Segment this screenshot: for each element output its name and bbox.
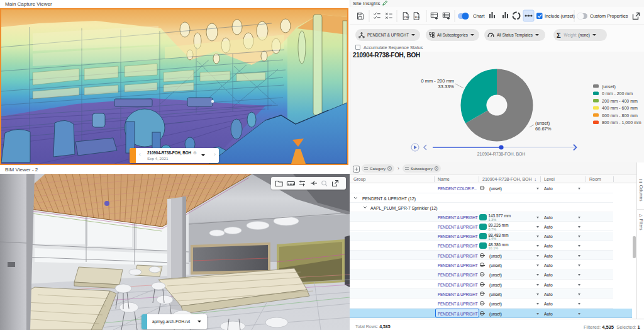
svg-text:66.67%: 66.67% [535, 126, 552, 132]
svg-text:0 mm - 200 mm: 0 mm - 200 mm [421, 78, 454, 84]
svg-text:Chart: Chart [473, 13, 485, 19]
svg-text:600 mm - 800 mm: 600 mm - 800 mm [602, 113, 638, 118]
svg-text:0 mm - 200 mm: 0 mm - 200 mm [602, 91, 633, 96]
svg-text:(unset): (unset) [535, 120, 550, 126]
svg-text:Custom Properties: Custom Properties [590, 13, 628, 19]
svg-text:210904-R738-FOH, BOH: 210904-R738-FOH, BOH [477, 152, 525, 156]
svg-text:33.33%: 33.33% [438, 84, 455, 89]
svg-text:(unset): (unset) [602, 84, 616, 89]
svg-text:400 mm - 600 mm: 400 mm - 600 mm [602, 106, 638, 110]
svg-text:200 mm - 400 mm: 200 mm - 400 mm [602, 99, 638, 103]
svg-text:800 mm - 1,000 mm: 800 mm - 1,000 mm [602, 120, 641, 125]
svg-text:CSV: CSV [404, 16, 410, 19]
svg-text:XLS: XLS [415, 16, 420, 19]
svg-text:Include (unset): Include (unset) [545, 13, 575, 19]
